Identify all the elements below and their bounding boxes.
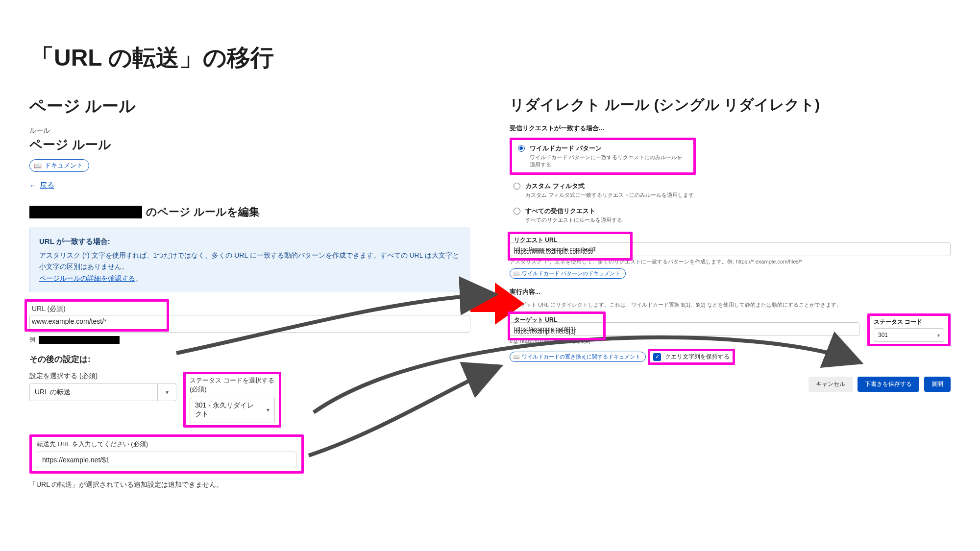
documents-badge-label: ドキュメント — [45, 161, 83, 170]
page-rules-column: ページ ルール ルール ページ ルール 📖 ドキュメント ← 戻る のページ ル… — [29, 95, 490, 489]
match-condition-heading: 受信リクエストが一致する場合... — [510, 124, 951, 133]
radio-wildcard[interactable]: ワイルドカード パターン ワイルドカード パターンに一致するリクエストにのみルー… — [514, 141, 691, 171]
info-box-link[interactable]: ページルールの詳細を確認する — [39, 274, 135, 282]
save-draft-button[interactable]: 下書きを保存する — [858, 377, 919, 392]
footer-note: 「URL の転送」が選択されている追加設定は追加できません。 — [29, 480, 470, 489]
request-url-value-hl: https://www.example.com/test/* — [514, 246, 626, 255]
book-icon: 📖 — [513, 270, 520, 277]
deploy-button[interactable]: 展開 — [924, 377, 951, 392]
breadcrumb: ルール — [29, 126, 470, 135]
info-box-title: URL が一致する場合: — [39, 235, 462, 248]
radio-all-desc: すべてのリクエストにルールを適用する — [525, 216, 622, 224]
book-icon: 📖 — [513, 354, 520, 360]
setting-select-value: URL の転送 — [29, 383, 158, 401]
status-select-label: ステータス コードを選択する (必須) — [190, 376, 275, 394]
status-select-value: 301 - 永久リダイレクト — [195, 401, 254, 418]
redacted-domain — [29, 206, 142, 218]
button-row: キャンセル 下書きを保存する 展開 — [510, 377, 951, 392]
columns: ページ ルール ルール ページ ルール 📖 ドキュメント ← 戻る のページ ル… — [29, 95, 951, 489]
arrow-left-icon: ← — [29, 181, 37, 190]
status-select-highlight: ステータス コードを選択する (必須) 301 - 永久リダイレクト — [183, 372, 281, 428]
page-rules-subheading: ページ ルール — [29, 136, 470, 153]
wildcard-pattern-doc-label: ワイルドカード パターンのドキュメント — [522, 270, 620, 277]
edit-title-row: のページ ルールを編集 — [29, 205, 470, 219]
page-rules-heading: ページ ルール — [29, 95, 470, 118]
radio-all-requests[interactable]: すべての受信リクエスト すべてのリクエストにルールを適用する — [510, 204, 951, 227]
after-settings-heading: その後の設定は: — [29, 354, 470, 365]
target-url-highlight: ターゲット URL https://example.net/${1} — [508, 311, 606, 340]
radio-wildcard-title: ワイルドカード パターン — [530, 144, 687, 153]
book-icon: 📖 — [34, 162, 42, 169]
wildcard-replace-doc-label: ワイルドカードの置き換えに関するドキュメント — [522, 353, 640, 360]
url-field-highlight: URL (必須) www.example.com/test/* — [24, 299, 169, 332]
request-url-highlight: リクエスト URL https://www.example.com/test/* — [508, 232, 633, 261]
radio-all-title: すべての受信リクエスト — [525, 207, 622, 216]
status-code-highlight: ステータス コード 301 — [867, 313, 951, 346]
request-url-label: リクエスト URL — [514, 236, 626, 244]
execution-desc: ターゲット URL にリダイレクトします。これは、ワイルドカード置換 ${1}、… — [510, 301, 951, 309]
dest-url-label: 転送先 URL を入力してください (必須) — [37, 440, 296, 449]
target-url-value-hl: https://example.net/${1} — [514, 326, 599, 335]
checkbox-checked-icon[interactable]: ✓ — [653, 353, 661, 361]
info-box-body: アスタリスク (*) 文字を使用すれば、1つだけではなく、多くの URL に一致… — [39, 250, 462, 285]
target-url-label: ターゲット URL — [514, 316, 599, 324]
setting-select-label: 設定を選択する (必須) — [29, 372, 176, 381]
radio-custom-desc: カスタム フィルタ式に一致するリクエストにのみルールを適用します — [525, 192, 694, 199]
radio-icon — [514, 183, 520, 190]
dest-url-input[interactable]: https://example.net/$1 — [37, 452, 296, 468]
cancel-button[interactable]: キャンセル — [808, 377, 853, 392]
url-example: 例: — [29, 335, 470, 344]
redacted-example — [39, 336, 120, 344]
status-select[interactable]: 301 - 永久リダイレクト — [190, 397, 275, 423]
documents-badge[interactable]: 📖 ドキュメント — [29, 159, 89, 172]
radio-custom-filter[interactable]: カスタム フィルタ式 カスタム フィルタ式に一致するリクエストにのみルールを適用… — [510, 179, 951, 202]
wildcard-replace-doc-badge[interactable]: 📖 ワイルドカードの置き換えに関するドキュメント — [510, 352, 646, 362]
radio-icon — [514, 208, 520, 215]
wildcard-radio-highlight: ワイルドカード パターン ワイルドカード パターンに一致するリクエストにのみルー… — [510, 138, 696, 175]
slide-title: 「URL の転送」の移行 — [30, 42, 274, 73]
setting-select[interactable]: URL の転送 ▾ — [29, 383, 176, 401]
status-code-label: ステータス コード — [874, 318, 944, 326]
status-code-value: 301 — [878, 332, 888, 338]
status-code-select[interactable]: 301 — [874, 328, 944, 342]
redirect-rules-column: リダイレクト ルール (シングル リダイレクト) 受信リクエストが一致する場合.… — [490, 95, 951, 489]
chevron-down-icon: ▾ — [158, 383, 176, 401]
redirect-rules-heading: リダイレクト ルール (シングル リダイレクト) — [510, 95, 951, 115]
dest-url-highlight: 転送先 URL を入力してください (必須) https://example.n… — [29, 434, 304, 474]
back-link[interactable]: ← 戻る — [29, 181, 54, 190]
preserve-query-label: クエリ文字列を保持する — [665, 353, 730, 361]
edit-title-suffix: のページ ルールを編集 — [146, 205, 260, 219]
wildcard-pattern-doc-badge[interactable]: 📖 ワイルドカード パターンのドキュメント — [510, 268, 626, 279]
execution-heading: 実行内容... — [510, 287, 951, 296]
radio-custom-title: カスタム フィルタ式 — [525, 182, 694, 191]
preserve-query-highlight: ✓ クエリ文字列を保持する — [648, 349, 735, 365]
url-field-label: URL (必須) — [32, 305, 162, 313]
radio-icon — [518, 145, 525, 152]
radio-wildcard-desc: ワイルドカード パターンに一致するリクエストにのみルールを適用する — [530, 154, 687, 168]
info-box: URL が一致する場合: アスタリスク (*) 文字を使用すれば、1つだけではな… — [29, 227, 470, 292]
url-input[interactable]: www.example.com/test/* — [32, 316, 162, 325]
back-link-label: 戻る — [40, 181, 54, 190]
